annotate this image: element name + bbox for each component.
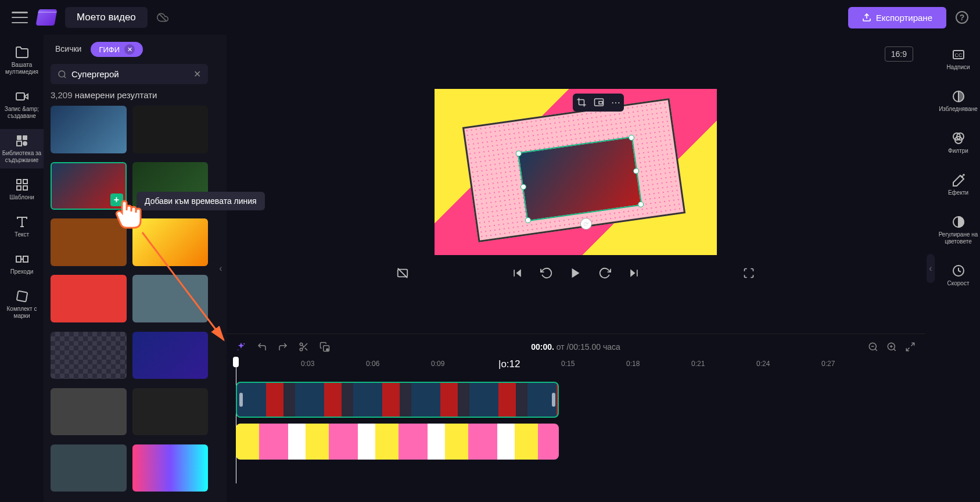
nav-colors[interactable]: Регулиране на цветовете — [936, 208, 980, 252]
collapse-panel-button[interactable]: ‹ — [215, 35, 227, 502]
gif-item[interactable] — [51, 388, 127, 436]
library-icon — [15, 134, 29, 148]
nav-media[interactable]: Вашата мултимедия — [0, 41, 44, 80]
gif-item[interactable] — [132, 106, 209, 153]
gif-item[interactable] — [132, 444, 209, 492]
tab-all[interactable]: Всички — [51, 42, 86, 57]
topbar: Моето видео Експортиране ? — [0, 0, 980, 35]
gif-item[interactable] — [132, 388, 209, 436]
app-logo — [36, 9, 58, 26]
skip-forward-icon[interactable] — [627, 267, 640, 279]
nav-label: Ефекти — [948, 189, 968, 196]
playhead[interactable] — [233, 357, 239, 367]
nav-brand[interactable]: Комплект с марки — [0, 285, 44, 324]
text-icon — [15, 215, 29, 229]
export-label: Експортиране — [876, 13, 932, 23]
zoom-in-icon[interactable] — [886, 342, 897, 352]
svg-point-28 — [238, 350, 239, 351]
svg-rect-10 — [23, 186, 27, 190]
svg-rect-8 — [23, 180, 27, 184]
svg-point-52 — [961, 176, 963, 177]
svg-rect-14 — [23, 256, 28, 262]
project-title[interactable]: Моето видео — [65, 7, 148, 28]
timeline-tracks — [227, 377, 925, 502]
close-icon[interactable]: ✕ — [124, 44, 135, 55]
clear-search-icon[interactable]: ✕ — [193, 69, 201, 80]
svg-marker-25 — [630, 269, 635, 277]
timeline-ruler[interactable]: 0:03 0:06 0:09 |o:12 0:15 0:18 0:21 0:24… — [236, 360, 925, 377]
ruler-mark: 0:18 — [626, 360, 640, 368]
nav-label: Преходи — [10, 268, 34, 275]
search-input[interactable] — [71, 69, 189, 79]
svg-rect-2 — [16, 93, 24, 100]
folder-icon — [15, 45, 29, 59]
gif-item[interactable] — [51, 275, 127, 322]
play-button[interactable] — [569, 267, 582, 279]
gif-item[interactable] — [51, 444, 127, 492]
split-icon[interactable] — [299, 342, 309, 352]
fade-icon — [952, 89, 965, 103]
captions-icon: CC — [952, 48, 965, 62]
ruler-mark: 0:27 — [821, 360, 835, 368]
timeline-clip[interactable] — [236, 424, 559, 460]
duplicate-icon[interactable]: + — [320, 342, 330, 352]
svg-line-44 — [911, 343, 914, 346]
fullscreen-icon[interactable] — [742, 267, 755, 279]
zoom-out-icon[interactable] — [868, 342, 878, 352]
nav-effects[interactable]: Ефекти — [936, 166, 980, 203]
nav-speed[interactable]: Скорост — [936, 257, 980, 294]
results-count: 3,209 намерени резултати — [51, 90, 208, 100]
skip-back-icon[interactable] — [511, 267, 524, 279]
help-button[interactable]: ? — [956, 11, 968, 24]
nav-filters[interactable]: Филтри — [936, 124, 980, 162]
resize-handle[interactable] — [515, 150, 522, 157]
clip-trim-handle[interactable] — [552, 393, 555, 407]
svg-point-27 — [243, 343, 245, 345]
gif-item[interactable] — [132, 332, 209, 379]
rewind-5-icon[interactable] — [540, 267, 553, 279]
collapse-right-button[interactable]: ‹ — [925, 35, 936, 502]
nav-templates[interactable]: Шаблони — [0, 173, 44, 206]
nav-fade[interactable]: Избледняване — [936, 83, 980, 120]
nav-label: Скорост — [947, 280, 970, 287]
export-button[interactable]: Експортиране — [848, 7, 946, 28]
more-icon[interactable]: ⋯ — [611, 97, 620, 108]
gif-item[interactable] — [132, 275, 209, 322]
resize-handle[interactable] — [520, 184, 526, 190]
filters-icon — [952, 131, 965, 145]
search-box[interactable]: ✕ — [51, 64, 208, 84]
redo-icon[interactable] — [278, 342, 288, 352]
content-panel: Всички ГИФИ ✕ ✕ 3,209 намерени резултати… — [44, 35, 215, 502]
svg-point-6 — [23, 141, 27, 146]
gif-item[interactable] — [51, 106, 127, 153]
nav-text[interactable]: Текст — [0, 210, 44, 243]
ruler-mark-highlight: |o:12 — [498, 358, 520, 370]
transitions-icon — [15, 252, 29, 266]
tab-gifs-chip[interactable]: ГИФИ ✕ — [91, 42, 143, 57]
forward-5-icon[interactable] — [598, 267, 611, 279]
playback-controls — [396, 267, 755, 279]
menu-button[interactable] — [12, 12, 28, 23]
nav-captions[interactable]: CC Надписи — [936, 41, 980, 78]
nav-label: Филтри — [948, 148, 968, 155]
svg-text:+: + — [326, 348, 329, 352]
ai-magic-icon[interactable] — [236, 342, 246, 352]
nav-library[interactable]: Библиотека за съдържание — [0, 129, 44, 168]
clip-trim-handle[interactable] — [239, 393, 243, 407]
aspect-ratio-badge[interactable]: 16:9 — [885, 46, 913, 62]
timeline-clip[interactable] — [236, 382, 559, 418]
pip-icon[interactable] — [594, 97, 604, 108]
video-canvas[interactable]: ⟳ — [435, 89, 717, 255]
gif-item[interactable] — [51, 332, 127, 379]
crop-icon[interactable] — [576, 97, 587, 108]
gif-item[interactable] — [132, 218, 209, 266]
hide-icon[interactable] — [396, 267, 409, 279]
ruler-mark: 0:09 — [431, 360, 444, 368]
nav-transitions[interactable]: Преходи — [0, 248, 44, 280]
svg-line-0 — [159, 13, 166, 21]
upload-icon — [862, 13, 871, 22]
add-to-timeline-tooltip: Добави към времевата линия — [137, 192, 265, 210]
undo-icon[interactable] — [257, 342, 267, 352]
nav-record[interactable]: Запис &amp; създаване — [0, 85, 44, 124]
fit-icon[interactable] — [905, 342, 916, 352]
